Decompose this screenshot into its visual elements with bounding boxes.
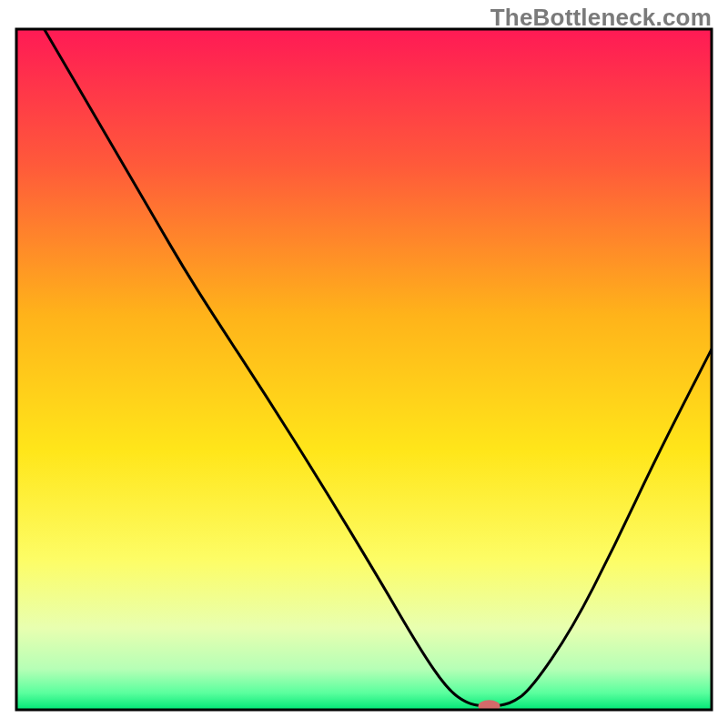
bottleneck-chart	[0, 0, 728, 728]
watermark-text: TheBottleneck.com	[490, 4, 712, 32]
chart-background-gradient	[16, 29, 712, 710]
